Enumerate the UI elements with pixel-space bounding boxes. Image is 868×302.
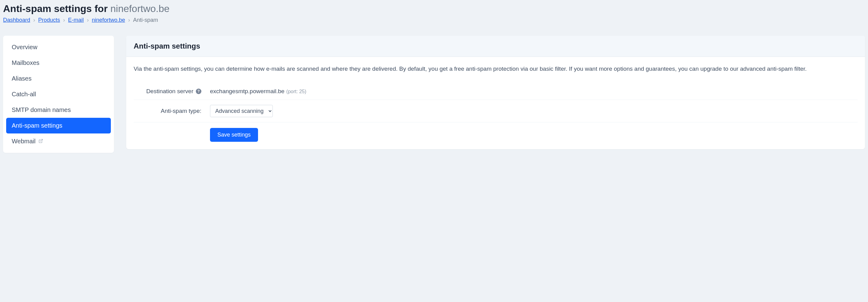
- breadcrumb: Dashboard › Products › E-mail › ninefort…: [3, 17, 865, 23]
- chevron-right-icon: ›: [63, 17, 65, 23]
- breadcrumb-products[interactable]: Products: [38, 17, 60, 23]
- sidebar-item-webmail[interactable]: Webmail: [6, 133, 111, 149]
- settings-panel: Anti-spam settings Via the anti-spam set…: [126, 36, 865, 149]
- row-antispam-type: Anti-spam type: Advanced scanning: [134, 100, 858, 123]
- sidebar: Overview Mailboxes Aliases Catch-all SMT…: [3, 36, 114, 153]
- sidebar-item-label: SMTP domain names: [12, 106, 71, 113]
- antispam-type-select[interactable]: Advanced scanning: [210, 105, 273, 117]
- save-settings-button[interactable]: Save settings: [210, 128, 258, 142]
- form-actions: Save settings: [134, 123, 858, 142]
- chevron-right-icon: ›: [128, 17, 130, 23]
- panel-header: Anti-spam settings: [126, 36, 865, 57]
- row-destination-server: Destination server ? exchangesmtp.powerm…: [134, 83, 858, 100]
- svg-line-0: [41, 139, 43, 141]
- sidebar-item-label: Aliases: [12, 75, 31, 82]
- panel-body: Via the anti-spam settings, you can dete…: [126, 57, 865, 149]
- page-title: Anti-spam settings for ninefortwo.be: [3, 3, 865, 14]
- sidebar-item-catchall[interactable]: Catch-all: [6, 87, 111, 102]
- page-title-prefix: Anti-spam settings for: [3, 3, 110, 14]
- sidebar-item-overview[interactable]: Overview: [6, 39, 111, 55]
- breadcrumb-domain[interactable]: ninefortwo.be: [92, 17, 125, 23]
- breadcrumb-current: Anti-spam: [133, 17, 158, 23]
- chevron-right-icon: ›: [87, 17, 89, 23]
- sidebar-item-label: Anti-spam settings: [12, 122, 63, 129]
- chevron-right-icon: ›: [33, 17, 35, 23]
- external-link-icon: [38, 138, 43, 145]
- breadcrumb-dashboard[interactable]: Dashboard: [3, 17, 30, 23]
- panel-description: Via the anti-spam settings, you can dete…: [134, 64, 858, 73]
- sidebar-item-antispam[interactable]: Anti-spam settings: [6, 118, 111, 133]
- sidebar-item-mailboxes[interactable]: Mailboxes: [6, 55, 111, 71]
- sidebar-item-label: Webmail: [12, 138, 35, 145]
- sidebar-item-label: Mailboxes: [12, 59, 39, 66]
- destination-server-label: Destination server ?: [134, 88, 202, 95]
- breadcrumb-email[interactable]: E-mail: [68, 17, 84, 23]
- panel-title: Anti-spam settings: [134, 42, 858, 51]
- antispam-type-label: Anti-spam type:: [134, 108, 202, 114]
- sidebar-item-aliases[interactable]: Aliases: [6, 71, 111, 87]
- destination-server-value: exchangesmtp.powermail.be (port: 25): [210, 88, 306, 95]
- sidebar-item-label: Overview: [12, 44, 37, 51]
- help-icon[interactable]: ?: [196, 89, 202, 94]
- sidebar-item-smtp[interactable]: SMTP domain names: [6, 102, 111, 118]
- page-title-domain: ninefortwo.be: [110, 3, 169, 14]
- sidebar-item-label: Catch-all: [12, 91, 36, 98]
